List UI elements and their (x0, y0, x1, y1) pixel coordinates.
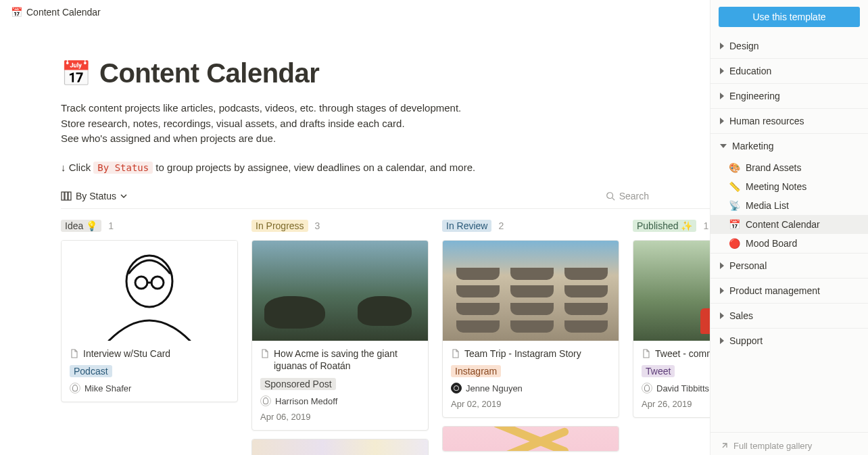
chevron-right-icon (720, 68, 724, 74)
template-sidebar: Use this template DesignEducationEnginee… (710, 0, 868, 455)
search-box[interactable]: Search (606, 191, 649, 201)
calendar-icon: 📅 (11, 7, 22, 18)
sidebar-section-engineering[interactable]: Engineering (710, 83, 868, 108)
column-status-pill: Published ✨ (633, 220, 696, 232)
chevron-right-icon (720, 262, 724, 269)
sidebar-section-support[interactable]: Support (710, 328, 868, 353)
sidebar-item-label: Meeting Notes (746, 181, 806, 192)
divider (61, 208, 710, 209)
board-column: In Progress3How Acme is saving the giant… (251, 220, 429, 456)
page-icon (642, 349, 651, 358)
sidebar-section-label: Marketing (732, 141, 773, 151)
sidebar-section-personal[interactable]: Personal (710, 253, 868, 278)
board-column: Idea 💡1Interview w/Stu CardPodcastMike S… (61, 220, 238, 456)
chevron-right-icon (720, 43, 724, 49)
board-card[interactable]: Team Trip - Instagram StoryInstagramJenn… (442, 240, 619, 418)
avatar (451, 383, 462, 393)
card-body: Team Trip - Instagram StoryInstagramJenn… (443, 341, 619, 418)
svg-rect-0 (62, 192, 64, 200)
board-card[interactable]: Interview w/Stu CardPodcastMike Shafer (61, 240, 238, 403)
sidebar-section-sales[interactable]: Sales (710, 303, 868, 328)
board-card[interactable] (251, 439, 429, 455)
sidebar-item-icon: 📡 (728, 200, 740, 211)
page-description-line: Track content projects like articles, po… (61, 101, 710, 116)
avatar (642, 383, 652, 393)
card-title: Interview w/Stu Card (70, 348, 229, 360)
avatar (70, 383, 80, 393)
hint-code: By Status (93, 162, 153, 174)
page-hint: ↓ Click By Status to group projects by a… (61, 162, 710, 173)
svg-point-5 (126, 256, 172, 307)
sidebar-item-label: Media List (746, 200, 789, 211)
sidebar-item-label: Content Calendar (746, 219, 820, 230)
footer-label: Full template gallery (733, 441, 812, 451)
card-title: Tweet - community kickoff (642, 348, 710, 360)
page-description-line: See who's assigned and when projects are… (61, 131, 710, 147)
sidebar-item-label: Mood Board (746, 238, 797, 249)
column-status-pill: In Progress (251, 220, 308, 232)
page-icon (70, 349, 79, 358)
view-selector[interactable]: By Status (61, 191, 127, 201)
card-body: How Acme is saving the giant iguanas of … (252, 341, 428, 431)
board-card[interactable]: Tweet - community kickoffTweetDavid Tibb… (633, 240, 710, 418)
sidebar-item-content-calendar[interactable]: 📅Content Calendar (710, 215, 868, 234)
svg-point-6 (135, 277, 147, 289)
card-cover (252, 241, 428, 341)
svg-rect-2 (68, 192, 71, 200)
page-description: Track content projects like articles, po… (61, 101, 710, 147)
chevron-down-icon (120, 193, 127, 199)
breadcrumb[interactable]: 📅 Content Calendar (0, 0, 710, 24)
card-title: Team Trip - Instagram Story (451, 348, 610, 360)
sidebar-section-marketing[interactable]: Marketing (710, 133, 868, 158)
card-cover (62, 241, 237, 341)
sidebar-item-icon: 🔴 (728, 238, 740, 249)
sidebar-item-meeting-notes[interactable]: 📏Meeting Notes (710, 177, 868, 196)
use-template-button[interactable]: Use this template (719, 7, 860, 27)
column-header: Idea 💡1 (61, 220, 238, 232)
column-header: In Review2 (442, 220, 619, 232)
sidebar-item-mood-board[interactable]: 🔴Mood Board (710, 234, 868, 253)
card-cover (443, 427, 619, 452)
sidebar-item-brand-assets[interactable]: 🎨Brand Assets (710, 158, 868, 177)
card-tag: Sponsored Post (260, 378, 336, 390)
avatar (260, 396, 271, 406)
column-header: Published ✨1 (633, 220, 710, 232)
card-date: Apr 02, 2019 (451, 399, 610, 409)
sidebar-item-media-list[interactable]: 📡Media List (710, 196, 868, 215)
chevron-right-icon (720, 312, 724, 319)
sidebar-item-icon: 🎨 (728, 162, 740, 173)
card-assignee: Mike Shafer (70, 383, 229, 393)
page-header: 📅 Content Calendar Track content project… (61, 24, 710, 173)
sidebar-section-label: Personal (729, 260, 767, 271)
board-column: In Review2Team Trip - Instagram StoryIns… (442, 220, 619, 456)
column-count: 3 (315, 220, 320, 231)
view-bar: By Status Search (61, 191, 710, 201)
sidebar-section-design[interactable]: Design (710, 34, 868, 58)
sidebar-section-human-resources[interactable]: Human resources (710, 108, 868, 133)
card-title: How Acme is saving the giant iguanas of … (260, 348, 420, 373)
breadcrumb-title: Content Calendar (26, 7, 101, 18)
board-card[interactable] (442, 426, 619, 452)
sidebar-item-icon: 📏 (728, 181, 740, 192)
full-template-gallery-link[interactable]: Full template gallery (710, 432, 868, 455)
sidebar-section-label: Design (729, 41, 759, 51)
chevron-right-icon (720, 118, 724, 124)
sidebar-section-label: Sales (729, 310, 753, 321)
view-label: By Status (76, 191, 116, 201)
assignee-name: David Tibbitts (656, 383, 709, 393)
column-count: 1 (108, 220, 114, 231)
board-card[interactable]: How Acme is saving the giant iguanas of … (251, 240, 429, 431)
column-status-pill: In Review (442, 220, 491, 232)
sidebar-section-label: Education (729, 66, 771, 76)
column-count: 1 (703, 220, 708, 231)
kanban-board: Idea 💡1Interview w/Stu CardPodcastMike S… (61, 220, 710, 456)
card-date: Apr 06, 2019 (260, 412, 420, 422)
page-icon (451, 349, 460, 358)
sidebar-section-product-management[interactable]: Product management (710, 278, 868, 303)
sidebar-section-education[interactable]: Education (710, 58, 868, 83)
card-tag: Instagram (451, 365, 501, 377)
sidebar-section-label: Support (729, 335, 763, 346)
column-header: In Progress3 (251, 220, 429, 232)
card-body: Interview w/Stu CardPodcastMike Shafer (62, 341, 237, 402)
svg-rect-1 (65, 192, 68, 200)
